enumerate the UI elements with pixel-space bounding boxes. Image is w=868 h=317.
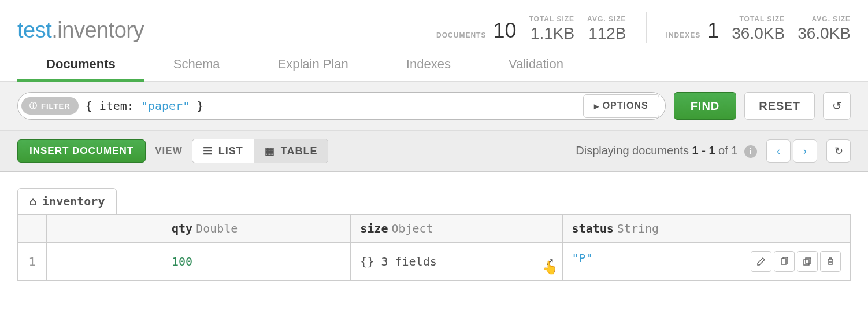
idx-total-size-label: TOTAL SIZE: [732, 15, 785, 23]
col-size[interactable]: sizeObject: [351, 215, 562, 243]
database-name: test: [17, 18, 51, 42]
expand-icon[interactable]: ⤢: [546, 256, 554, 268]
table-label: TABLE: [281, 145, 318, 157]
filter-badge: ⓘ FILTER: [21, 97, 79, 115]
clone-icon: [803, 257, 812, 266]
row-actions: [751, 251, 841, 272]
refresh-button[interactable]: ↻: [826, 139, 851, 163]
collection-name: inventory: [57, 18, 144, 42]
tab-documents[interactable]: Documents: [17, 47, 144, 81]
collection-title: test.inventory: [17, 18, 144, 43]
view-list-button[interactable]: ☰ LIST: [192, 139, 254, 163]
history-button[interactable]: ↺: [823, 92, 851, 120]
table-header-row: qtyDouble sizeObject statusString: [18, 215, 851, 243]
col-status-name: status: [572, 222, 614, 235]
collection-header: test.inventory DOCUMENTS 10 TOTAL SIZE 1…: [0, 0, 868, 47]
chevron-left-icon: ‹: [777, 145, 780, 157]
svg-rect-1: [804, 260, 809, 265]
refresh-icon: ↻: [834, 145, 843, 157]
history-icon: ↺: [832, 99, 842, 113]
row-index: 1: [18, 243, 47, 281]
cell-status-text: "P": [572, 251, 593, 265]
display-range: 1 - 1: [692, 144, 715, 157]
tab-explain-plan[interactable]: Explain Plan: [249, 47, 377, 81]
stat-divider: [646, 12, 647, 43]
doc-total-size-label: TOTAL SIZE: [529, 15, 574, 23]
filter-input-wrap[interactable]: ⓘ FILTER { item: "paper" } ▸ OPTIONS: [17, 92, 666, 120]
doc-total-size: 1.1KB: [529, 24, 574, 43]
view-label: VIEW: [155, 145, 182, 157]
tab-validation[interactable]: Validation: [480, 47, 592, 81]
caret-right-icon: ▸: [594, 101, 599, 112]
idx-total-size: 36.0KB: [732, 24, 785, 43]
table-row[interactable]: 1 100 {} 3 fields ⤢ 👆 "P": [18, 243, 851, 281]
display-mid: of: [715, 144, 732, 157]
cell-status[interactable]: "P": [562, 243, 850, 281]
table-area: ⌂ inventory qtyDouble sizeObject statusS…: [0, 172, 868, 297]
brace-close: }: [196, 99, 203, 113]
table-icon: ▦: [265, 145, 275, 157]
cell-size-text: {} 3 fields: [360, 255, 436, 268]
documents-table: qtyDouble sizeObject statusString 1 100 …: [17, 214, 851, 281]
col-size-type: Object: [391, 222, 433, 235]
prev-page-button[interactable]: ‹: [766, 139, 791, 163]
col-qty-name: qty: [172, 222, 192, 235]
brace-open: {: [86, 99, 92, 113]
display-total: 1: [731, 144, 737, 157]
options-label: OPTIONS: [603, 101, 648, 111]
delete-button[interactable]: [820, 251, 841, 272]
dot: .: [51, 18, 57, 42]
row-num-header: [18, 215, 47, 243]
doc-avg-size-label: AVG. SIZE: [587, 15, 626, 23]
indexes-stats: INDEXES 1 TOTAL SIZE 36.0KB AVG. SIZE 36…: [666, 15, 851, 43]
edit-button[interactable]: [751, 251, 771, 272]
view-toggle: ☰ LIST ▦ TABLE: [192, 139, 329, 163]
find-button[interactable]: FIND: [674, 92, 737, 120]
pagination: ‹ ›: [766, 139, 817, 163]
query-value: "paper": [141, 99, 190, 113]
indexes-count: 1: [707, 19, 719, 43]
copy-button[interactable]: [774, 251, 795, 272]
col-size-name: size: [360, 222, 388, 235]
col-status[interactable]: statusString: [562, 215, 850, 243]
indexes-label: INDEXES: [666, 31, 701, 39]
cell-qty[interactable]: 100: [162, 243, 351, 281]
breadcrumb-name: inventory: [42, 194, 105, 208]
expand-header: [47, 215, 162, 243]
display-info: Displaying documents 1 - 1 of 1 i: [576, 144, 757, 158]
table-breadcrumb[interactable]: ⌂ inventory: [17, 188, 117, 214]
chevron-right-icon: ›: [803, 145, 807, 157]
svg-rect-0: [781, 259, 786, 264]
idx-avg-size-label: AVG. SIZE: [797, 15, 851, 23]
next-page-button[interactable]: ›: [793, 139, 817, 163]
idx-avg-size: 36.0KB: [797, 24, 851, 43]
list-icon: ☰: [203, 145, 213, 157]
col-qty[interactable]: qtyDouble: [162, 215, 351, 243]
home-icon: ⌂: [29, 194, 36, 208]
options-button[interactable]: ▸ OPTIONS: [583, 94, 659, 118]
trash-icon: [826, 257, 835, 266]
pencil-icon: [756, 257, 766, 266]
reset-button[interactable]: RESET: [744, 92, 815, 120]
filter-label: FILTER: [41, 102, 71, 110]
list-label: LIST: [218, 145, 243, 157]
tab-indexes[interactable]: Indexes: [377, 47, 480, 81]
info-icon[interactable]: i: [744, 145, 757, 158]
doc-avg-size: 112B: [587, 24, 626, 43]
query-key: item:: [99, 99, 134, 113]
tab-schema[interactable]: Schema: [144, 47, 249, 81]
view-table-button[interactable]: ▦ TABLE: [254, 139, 328, 163]
filter-query-text[interactable]: { item: "paper" }: [86, 99, 583, 113]
cell-size[interactable]: {} 3 fields ⤢ 👆: [351, 243, 562, 281]
row-expand-cell[interactable]: [47, 243, 162, 281]
info-icon: ⓘ: [29, 101, 38, 111]
documents-label: DOCUMENTS: [436, 31, 486, 39]
query-bar: ⓘ FILTER { item: "paper" } ▸ OPTIONS FIN…: [0, 82, 868, 131]
insert-document-button[interactable]: INSERT DOCUMENT: [17, 139, 146, 163]
clone-button[interactable]: [797, 251, 818, 272]
documents-count: 10: [493, 19, 516, 43]
display-pre: Displaying documents: [576, 144, 692, 157]
col-qty-type: Double: [196, 222, 238, 235]
svg-rect-2: [806, 258, 811, 263]
copy-icon: [780, 257, 789, 266]
